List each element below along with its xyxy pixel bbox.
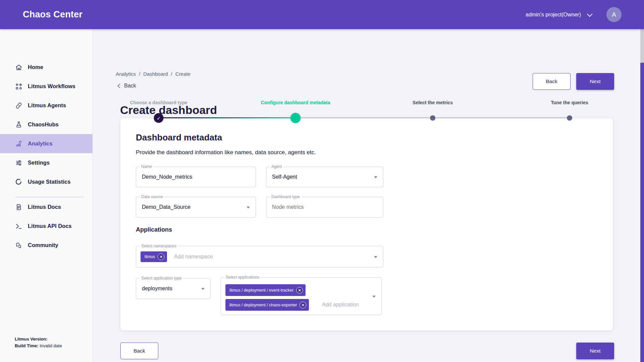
select-application-type-label: Select application type [140,276,183,281]
select-application-type-field[interactable]: Select application type deployments [136,278,211,299]
agent-selected-value: Self-Agent [272,174,297,180]
breadcrumb-separator: / [139,71,140,77]
project-selector[interactable]: admin's project(Owner) [526,12,581,18]
step-label-tune-the-queries: Tune the queries [551,100,588,105]
dropdown-caret-icon[interactable] [247,206,250,208]
select-applications-field[interactable]: Select applications litmus / deployment … [220,277,382,315]
scrollbar-thumb[interactable] [640,63,644,362]
docs-icon [15,203,23,211]
sidebar-item-settings[interactable]: Settings [0,153,93,172]
top-header: Chaos Center admin's project(Owner) A [0,0,644,29]
sidebar-item-community[interactable]: Community [0,236,93,255]
step-label-select-the-metrics: Select the metrics [413,100,453,105]
application-chip-label: litmus / deployment / chaos-exporter [229,303,297,307]
next-button-top[interactable]: Next [576,73,614,90]
api-docs-icon [15,222,23,230]
agent-select[interactable]: Agent Self-Agent [266,167,383,187]
back-link-label: Back [124,83,136,89]
dashboard-type-field[interactable]: Dashboard type [266,197,383,218]
namespace-chip-label: litmus [145,254,155,259]
name-field[interactable]: Name [136,167,256,187]
analytics-icon [15,140,23,148]
dropdown-caret-icon[interactable] [201,288,205,290]
add-application-placeholder: Add application [322,302,359,308]
sidebar-item-analytics[interactable]: Analytics [0,134,93,153]
data-source-select[interactable]: Data source Demo_Data_Source [136,197,256,218]
sidebar-item-litmus-workflows[interactable]: Litmus Workflows [0,77,93,96]
sidebar-item-label: Community [28,242,58,248]
data-source-selected-value: Demo_Data_Source [142,204,191,210]
breadcrumb-separator: / [171,71,172,77]
next-button-bottom[interactable]: Next [576,343,614,359]
remove-application-icon[interactable]: ✕ [296,287,303,294]
page-title: Create dashboard [120,104,217,117]
sidebar-item-chaoshubs[interactable]: ChaosHubs [0,115,93,134]
back-button-bottom[interactable]: Back [120,343,158,359]
step-dot-done[interactable]: ✓ [154,113,164,123]
dropdown-caret-icon[interactable] [374,176,377,178]
step-label-configure-dashboard-metadata: Configure dashboard metadata [261,100,330,105]
step-label-choose-dashboard-type: Choose a dashboard type [130,100,187,105]
chaos-center-app: Chaos Center admin's project(Owner) A Ho… [0,0,644,362]
sidebar-item-label: Litmus Docs [28,204,61,210]
remove-namespace-icon[interactable]: ✕ [158,253,164,260]
dashboard-metadata-card: Dashboard metadata Provide the dashboard… [120,118,613,330]
scrollbar-track[interactable] [640,29,644,362]
breadcrumb-create[interactable]: Create [175,71,191,77]
usage-statistics-icon [15,178,23,186]
agent-field-label: Agent [270,164,283,169]
sidebar-item-usage-statistics[interactable]: Usage Statistics [0,172,93,191]
sidebar-external-links: Litmus Docs Litmus API Docs Community [0,197,93,255]
workflows-icon [15,82,23,90]
application-chip-label: litmus / deployment / event-tracker [229,288,293,293]
dashboard-type-input[interactable] [272,197,371,217]
sidebar-item-label: Analytics [28,140,52,147]
sidebar-item-litmus-api-docs[interactable]: Litmus API Docs [0,217,93,236]
build-time-value: Invalid date [40,343,62,348]
sidebar-item-label: Usage Statistics [28,179,70,185]
breadcrumb-analytics[interactable]: Analytics [116,71,136,77]
sidebar-item-label: Settings [28,160,50,166]
litmus-version-label: Litmus Version: [15,337,48,342]
avatar[interactable]: A [606,7,622,22]
chaoshubs-icon [15,121,23,129]
application-chip: litmus / deployment / chaos-exporter ✕ [225,299,309,311]
chevron-left-icon [117,83,122,88]
application-type-selected-value: deployments [142,286,172,292]
sidebar: Home Litmus Workflows Litmus Agents Chao… [0,29,93,362]
dropdown-caret-icon[interactable] [374,256,377,258]
application-chip: litmus / deployment / event-tracker ✕ [225,284,306,296]
sidebar-main-nav: Home Litmus Workflows Litmus Agents Chao… [0,58,93,191]
sidebar-item-label: Litmus API Docs [28,223,72,229]
step-dot-todo-queries[interactable] [567,115,572,121]
header-right-group: admin's project(Owner) A [526,0,622,29]
check-icon: ✓ [157,115,161,121]
namespace-chip: litmus ✕ [141,251,167,262]
applications-heading: Applications [136,226,172,233]
back-link[interactable]: Back [118,83,136,89]
chevron-down-icon[interactable] [587,11,593,17]
sidebar-item-label: Litmus Agents [28,102,66,109]
select-applications-label: Select applications [224,275,261,280]
step-dot-todo-metrics[interactable] [430,115,435,121]
remove-application-icon[interactable]: ✕ [300,302,306,308]
brand-title: Chaos Center [23,0,83,29]
settings-icon [15,159,23,167]
name-input[interactable] [142,167,244,187]
back-button-top[interactable]: Back [533,73,571,90]
dropdown-caret-icon[interactable] [372,296,376,298]
breadcrumb-dashboard[interactable]: Dashboard [143,71,168,77]
card-heading: Dashboard metadata [136,132,222,143]
sidebar-item-label: Litmus Workflows [28,83,75,89]
sidebar-item-home[interactable]: Home [0,58,93,77]
card-subheading: Provide the dashboard information like n… [136,149,316,156]
select-namespaces-label: Select namespaces [140,244,178,248]
sidebar-item-litmus-agents[interactable]: Litmus Agents [0,96,93,115]
build-time-label: Build Time: [15,343,39,348]
step-dot-current[interactable] [290,113,301,123]
breadcrumb: Analytics / Dashboard / Create [116,71,191,77]
sidebar-item-litmus-docs[interactable]: Litmus Docs [0,197,93,217]
add-namespace-placeholder: Add namespace [174,254,213,260]
sidebar-item-label: ChaosHubs [28,121,59,128]
select-namespaces-field[interactable]: Select namespaces litmus ✕ Add namespace [136,246,383,267]
